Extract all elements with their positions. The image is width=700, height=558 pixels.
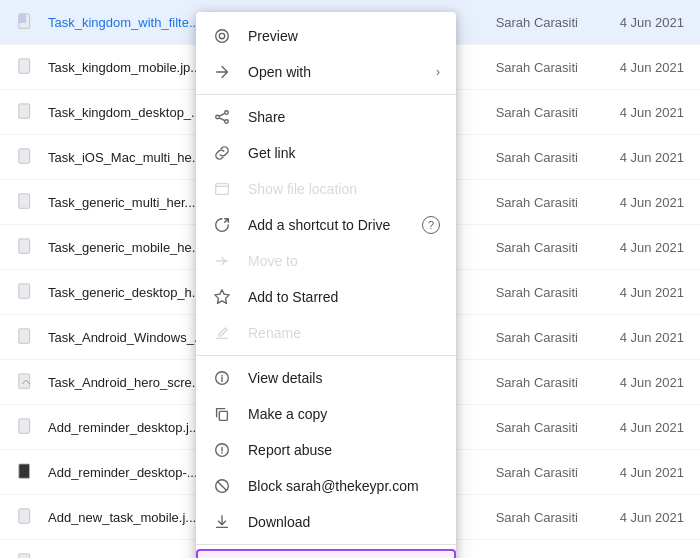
preview-icon — [212, 26, 232, 46]
file-icon — [16, 507, 36, 527]
svg-line-19 — [219, 113, 224, 116]
star-icon — [212, 287, 232, 307]
file-icon — [16, 462, 36, 482]
download-icon — [212, 512, 232, 532]
menu-divider — [196, 355, 456, 356]
menu-label: Add to Starred — [248, 289, 440, 305]
file-icon — [16, 12, 36, 32]
rename-icon — [212, 323, 232, 343]
svg-rect-13 — [19, 554, 30, 558]
file-owner: Sarah Carasiti — [454, 375, 594, 390]
menu-label: Rename — [248, 325, 440, 341]
file-date: 4 Jun 2021 — [594, 465, 684, 480]
move-icon — [212, 251, 232, 271]
svg-rect-21 — [216, 184, 229, 195]
file-icon — [16, 282, 36, 302]
file-date: 4 Jun 2021 — [594, 240, 684, 255]
menu-label: Share — [248, 109, 440, 125]
svg-rect-10 — [19, 419, 30, 433]
menu-label: Move to — [248, 253, 440, 269]
svg-point-18 — [216, 115, 220, 119]
menu-label: Open with — [248, 64, 436, 80]
menu-item-remove[interactable]: Remove — [196, 549, 456, 558]
svg-rect-9 — [19, 374, 30, 388]
file-date: 4 Jun 2021 — [594, 105, 684, 120]
file-owner: Sarah Carasiti — [454, 240, 594, 255]
report-icon — [212, 440, 232, 460]
svg-rect-12 — [19, 509, 30, 523]
context-menu: Preview Open with › Share Get link Show … — [196, 12, 456, 558]
file-date: 4 Jun 2021 — [594, 375, 684, 390]
menu-item-block[interactable]: Block sarah@thekeypr.com — [196, 468, 456, 504]
menu-label: Download — [248, 514, 440, 530]
info-icon — [212, 368, 232, 388]
link-icon — [212, 143, 232, 163]
file-owner: Sarah Carasiti — [454, 285, 594, 300]
menu-item-open-with[interactable]: Open with › — [196, 54, 456, 90]
menu-item-move-to: Move to — [196, 243, 456, 279]
file-owner: Sarah Carasiti — [454, 150, 594, 165]
menu-label: Add a shortcut to Drive — [248, 217, 414, 233]
menu-item-view-details[interactable]: View details — [196, 360, 456, 396]
svg-rect-11 — [19, 464, 30, 478]
menu-label: Show file location — [248, 181, 440, 197]
menu-label: Make a copy — [248, 406, 440, 422]
svg-point-17 — [225, 120, 229, 124]
menu-divider — [196, 544, 456, 545]
share-icon — [212, 107, 232, 127]
svg-rect-7 — [19, 284, 30, 298]
file-date: 4 Jun 2021 — [594, 15, 684, 30]
file-date: 4 Jun 2021 — [594, 195, 684, 210]
svg-rect-5 — [19, 194, 30, 208]
file-icon — [16, 192, 36, 212]
file-owner: Sarah Carasiti — [454, 510, 594, 525]
menu-label: Report abuse — [248, 442, 440, 458]
menu-label: Get link — [248, 145, 440, 161]
file-owner: Sarah Carasiti — [454, 420, 594, 435]
menu-item-report-abuse[interactable]: Report abuse — [196, 432, 456, 468]
file-icon — [16, 57, 36, 77]
svg-point-15 — [219, 33, 224, 38]
open-with-icon — [212, 62, 232, 82]
file-owner: Sarah Carasiti — [454, 555, 594, 559]
menu-label: Block sarah@thekeypr.com — [248, 478, 440, 494]
svg-point-16 — [225, 111, 229, 115]
menu-item-download[interactable]: Download — [196, 504, 456, 540]
file-owner: Sarah Carasiti — [454, 195, 594, 210]
menu-item-preview[interactable]: Preview — [196, 18, 456, 54]
file-owner: Sarah Carasiti — [454, 330, 594, 345]
file-icon — [16, 372, 36, 392]
menu-item-make-copy[interactable]: Make a copy — [196, 396, 456, 432]
file-icon — [16, 147, 36, 167]
block-icon — [212, 476, 232, 496]
file-owner: Sarah Carasiti — [454, 60, 594, 75]
location-icon — [212, 179, 232, 199]
file-owner: Sarah Carasiti — [454, 15, 594, 30]
file-icon — [16, 327, 36, 347]
file-icon — [16, 552, 36, 558]
svg-rect-1 — [19, 14, 26, 23]
svg-point-14 — [216, 30, 229, 43]
file-owner: Sarah Carasiti — [454, 465, 594, 480]
menu-item-rename: Rename — [196, 315, 456, 351]
file-date: 4 Jun 2021 — [594, 330, 684, 345]
menu-item-add-starred[interactable]: Add to Starred — [196, 279, 456, 315]
svg-rect-23 — [219, 411, 227, 420]
menu-item-share[interactable]: Share — [196, 99, 456, 135]
menu-item-get-link[interactable]: Get link — [196, 135, 456, 171]
menu-item-show-location: Show file location — [196, 171, 456, 207]
copy-icon — [212, 404, 232, 424]
menu-item-add-shortcut[interactable]: Add a shortcut to Drive ? — [196, 207, 456, 243]
menu-label: Preview — [248, 28, 440, 44]
menu-divider — [196, 94, 456, 95]
svg-rect-3 — [19, 104, 30, 118]
file-icon — [16, 417, 36, 437]
file-date: 4 Jun 2021 — [594, 510, 684, 525]
shortcut-icon — [212, 215, 232, 235]
file-date: 4 Jun 2021 — [594, 420, 684, 435]
file-date: 4 Jun 2021 — [594, 285, 684, 300]
file-owner: Sarah Carasiti — [454, 105, 594, 120]
file-icon — [16, 102, 36, 122]
help-icon[interactable]: ? — [422, 216, 440, 234]
svg-rect-2 — [19, 59, 30, 73]
